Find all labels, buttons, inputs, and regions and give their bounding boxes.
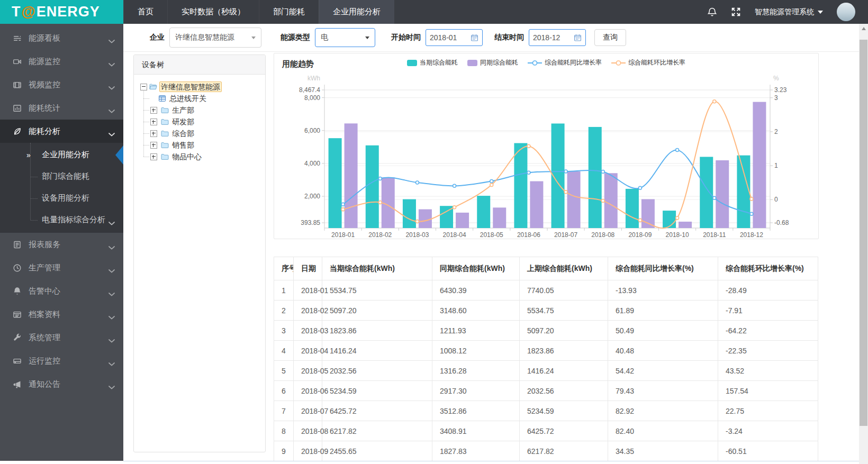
tab-home[interactable]: 首页 [123, 0, 167, 24]
expand-expander-icon[interactable] [150, 153, 157, 160]
bottom-divider [123, 461, 859, 461]
table-cell: 2018-07 [294, 401, 322, 421]
sidebar-item-video-monitor[interactable]: 视频监控 [0, 73, 123, 96]
sidebar-item-energy-stats[interactable]: 能耗统计 [0, 96, 123, 120]
wrench-icon [13, 333, 22, 342]
tree-node-goods-center[interactable]: 物品中心 [150, 151, 260, 162]
tab-realtime-data[interactable]: 实时数据（秒级） [167, 0, 259, 24]
sidebar-item-report-service[interactable]: 报表服务 [0, 233, 123, 256]
stats-icon [13, 104, 22, 113]
table-row: 22018-025097.203148.605534.7561.89-7.91 [274, 301, 818, 321]
table-cell: 2917.30 [432, 381, 520, 401]
tree-node-label[interactable]: 综合部 [171, 129, 195, 138]
sidebar-subitem-department-comprehensive-energy[interactable]: 部门综合能耗 [0, 166, 123, 187]
table-cell: 3148.60 [432, 301, 520, 321]
scrollbar-thumb[interactable] [860, 40, 867, 426]
legend-item[interactable]: 同期综合能耗 [467, 58, 518, 67]
logo-text-energy: ENERGY [37, 4, 100, 20]
table-cell: 5 [274, 361, 294, 381]
tab-department-energy[interactable]: 部门能耗 [259, 0, 319, 24]
sidebar-subitem-enterprise-usage-analysis[interactable]: »企业用能分析 [0, 144, 123, 166]
megaphone-icon [13, 380, 22, 389]
end-date-input[interactable]: 2018-12 [529, 29, 586, 46]
avatar[interactable] [837, 3, 855, 21]
sidebar-item-production-mgmt[interactable]: 生产管理 [0, 256, 123, 279]
sidebar-item-notices[interactable]: 通知公告 [0, 372, 123, 396]
expand-expander-icon[interactable] [150, 119, 157, 125]
table-cell: 40.48 [608, 341, 718, 361]
tree-node-label[interactable]: 总进线开关 [168, 94, 207, 103]
end-time-label: 结束时间 [494, 33, 524, 42]
table-cell: 2018-03 [294, 321, 322, 341]
company-select[interactable]: 许继信息智慧能源 [169, 28, 261, 48]
calendar-icon[interactable] [471, 34, 478, 42]
tree-node-label[interactable]: 物品中心 [171, 152, 203, 161]
system-menu[interactable]: 智慧能源管理系统 [755, 7, 823, 17]
sidebar-item-system-mgmt[interactable]: 系统管理 [0, 326, 123, 349]
clock-icon [13, 263, 22, 272]
fullscreen-icon[interactable] [731, 7, 741, 17]
expand-expander-icon[interactable] [150, 130, 157, 137]
table-cell: 82.92 [608, 401, 718, 421]
legend-item[interactable]: 综合能耗环比增长率 [611, 58, 685, 67]
tree-node-label[interactable]: 销售部 [171, 140, 195, 150]
table-cell: 2018-05 [294, 361, 322, 381]
svg-text:1: 1 [774, 162, 778, 169]
sidebar-item-energy-monitor[interactable]: 能源监控 [0, 50, 123, 73]
tree-node-sales-dept[interactable]: 销售部 [150, 139, 260, 151]
table-cell: 2032.56 [520, 381, 608, 401]
legend-line-marker [528, 60, 542, 66]
sidebar-subitem-device-usage-analysis[interactable]: 设备用能分析 [0, 187, 123, 209]
bar-same-period-2018-01 [345, 123, 358, 228]
sidebar-subitem-power-index-analysis[interactable]: 电量指标综合分析 [0, 209, 123, 231]
logo-at-icon: @ [22, 4, 36, 20]
notification-bell-icon[interactable] [707, 7, 717, 17]
svg-text:6,000: 6,000 [304, 127, 320, 134]
legend-item[interactable]: 当期综合能耗 [407, 58, 458, 67]
start-date-input[interactable]: 2018-01 [426, 29, 483, 46]
table-cell: 2018-06 [294, 381, 322, 401]
expand-expander-icon[interactable] [150, 107, 157, 114]
tree-node-label[interactable]: 研发部 [171, 117, 195, 126]
sidebar-item-label: 通知公告 [29, 379, 108, 389]
sidebar-item-archives[interactable]: 档案资料 [0, 303, 123, 326]
filter-bar: 企业 许继信息智慧能源 能源类型 电 开始时间 2018-01 结束时间 201… [123, 24, 859, 52]
query-button[interactable]: 查询 [594, 29, 626, 46]
sidebar-item-operation-monitor[interactable]: 运行监控 [0, 349, 123, 372]
bar-current-2018-06 [514, 143, 527, 228]
bar-same-period-2018-10 [679, 222, 692, 228]
scrollbar-up-arrow[interactable] [859, 24, 868, 33]
bar-same-period-2018-03 [419, 210, 432, 228]
table-cell: 5234.59 [322, 381, 432, 401]
tab-enterprise-usage-analysis[interactable]: 企业用能分析 [319, 0, 394, 24]
sidebar-menu: 能源看板能源监控视频监控能耗统计能耗分析»企业用能分析部门综合能耗设备用能分析电… [0, 24, 123, 396]
sidebar-item-energy-analysis[interactable]: 能耗分析 [0, 120, 123, 143]
tree-node-label[interactable]: 生产部 [171, 105, 195, 115]
table-cell: 157.54 [718, 381, 818, 401]
sidebar-item-alarm-center[interactable]: 告警中心 [0, 279, 123, 303]
bar-current-2018-09 [626, 189, 639, 228]
table-cell: 50.49 [608, 321, 718, 341]
sidebar-item-label: 告警中心 [29, 286, 108, 296]
tree-node-xuji-info-smart-energy[interactable]: 许继信息智慧能源 [140, 81, 260, 93]
tree-node-main-incoming-switch[interactable]: 总进线开关 [150, 93, 260, 104]
expand-expander-icon[interactable] [150, 142, 157, 149]
sidebar-item-energy-dashboard[interactable]: 能源看板 [0, 26, 123, 50]
table-cell: 6430.39 [432, 280, 520, 301]
table-cell: 1316.28 [432, 361, 520, 381]
energy-type-select[interactable]: 电 [315, 28, 375, 47]
tree-node-rd-dept[interactable]: 研发部 [150, 116, 260, 128]
table-cell: 6425.72 [322, 401, 432, 421]
calendar-icon[interactable] [574, 34, 582, 42]
tree-node-label[interactable]: 许继信息智慧能源 [159, 81, 222, 92]
legend-label: 综合能耗同比增长率 [545, 58, 602, 67]
legend-item[interactable]: 综合能耗同比增长率 [528, 58, 602, 67]
collapse-expander-icon[interactable] [140, 84, 147, 90]
meter-icon [158, 94, 167, 103]
tree-node-production-dept[interactable]: 生产部 [150, 104, 260, 116]
camera-icon [13, 57, 22, 66]
chevron-down-icon [108, 59, 115, 63]
vertical-scrollbar[interactable] [859, 24, 868, 464]
tree-node-general-dept[interactable]: 综合部 [150, 128, 260, 139]
svg-text:0: 0 [774, 196, 778, 203]
